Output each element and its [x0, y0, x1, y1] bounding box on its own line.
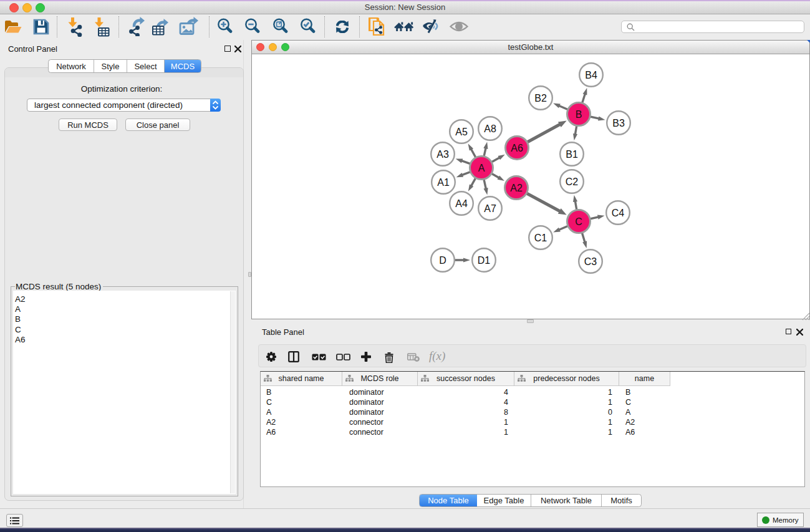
svg-text:A3: A3 [436, 149, 449, 160]
svg-text:B4: B4 [585, 70, 597, 80]
svg-text:A6: A6 [511, 143, 523, 153]
svg-text:C4: C4 [612, 208, 625, 218]
svg-text:B1: B1 [566, 149, 578, 160]
svg-text:C3: C3 [584, 256, 597, 267]
svg-text:B3: B3 [612, 118, 625, 128]
svg-text:A: A [478, 163, 485, 173]
svg-text:D: D [439, 255, 446, 266]
svg-text:C1: C1 [534, 233, 547, 243]
svg-text:A2: A2 [510, 183, 523, 193]
svg-text:C2: C2 [566, 177, 579, 187]
svg-text:A1: A1 [437, 177, 450, 188]
svg-text:D1: D1 [478, 255, 491, 266]
svg-text:A7: A7 [484, 203, 496, 214]
svg-text:B: B [576, 109, 582, 120]
svg-text:B2: B2 [534, 93, 547, 104]
svg-text:A8: A8 [484, 123, 496, 134]
svg-text:C: C [575, 216, 582, 227]
svg-text:A4: A4 [455, 198, 468, 209]
svg-text:A5: A5 [455, 127, 468, 137]
